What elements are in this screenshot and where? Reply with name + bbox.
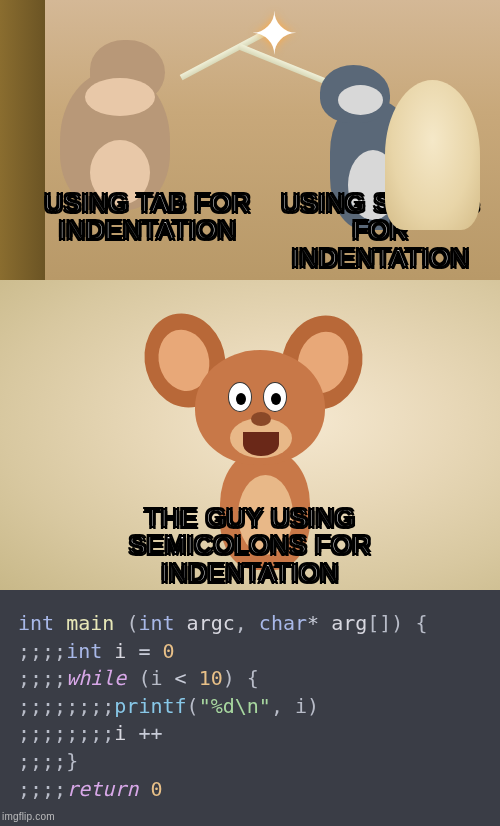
caption-semicolons: The guy using semicolons for indentation bbox=[55, 505, 445, 587]
code-line-7: ;;;;return 0 bbox=[18, 776, 482, 804]
caption-spaces: Using spaces for indentation bbox=[268, 190, 493, 272]
sword-clash-spark bbox=[250, 12, 305, 67]
watermark: imgflip.com bbox=[2, 810, 55, 824]
caption-tab: Using tab for indentation bbox=[35, 190, 260, 245]
code-panel: int main (int argc, char* arg[]) { ;;;;i… bbox=[0, 590, 500, 826]
code-line-1: int main (int argc, char* arg[]) { bbox=[18, 610, 482, 638]
meme-middle-panel: The guy using semicolons for indentation bbox=[0, 280, 500, 590]
code-line-2: ;;;;int i = 0 bbox=[18, 638, 482, 666]
code-line-4: ;;;;;;;;printf("%d\n", i) bbox=[18, 693, 482, 721]
code-line-5: ;;;;;;;;i ++ bbox=[18, 720, 482, 748]
meme-top-panel: Using tab for indentation Using spaces f… bbox=[0, 0, 500, 280]
code-line-3: ;;;;while (i < 10) { bbox=[18, 665, 482, 693]
code-line-6: ;;;;} bbox=[18, 748, 482, 776]
